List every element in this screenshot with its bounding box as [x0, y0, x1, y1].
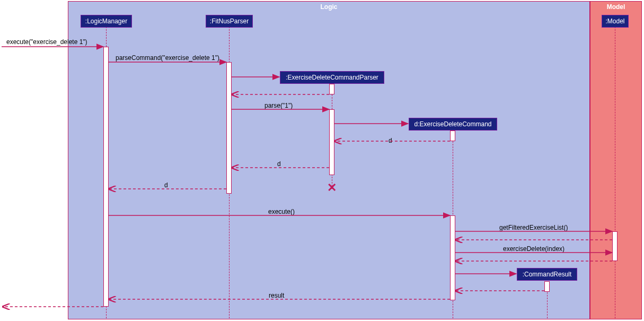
msg-execute-cmd: execute("exercise_delete 1") [6, 38, 87, 46]
destroy-icon: ✕ [327, 183, 337, 193]
msg-return-d3: d [164, 181, 168, 189]
participant-edcparser: :ExerciseDeleteCommandParser [280, 71, 384, 84]
activation-fitnusparser [226, 62, 232, 194]
activation-edcommand-1 [450, 131, 455, 141]
msg-return-d2: d [277, 160, 281, 168]
activation-edcommand-2 [450, 215, 455, 300]
participant-logicmanager: :LogicManager [81, 15, 132, 28]
participant-commandresult: :CommandResult [517, 268, 577, 281]
participant-fitnusparser: :FitNusParser [206, 15, 253, 28]
frame-model-label: Model [607, 3, 625, 11]
activation-edcparser-1 [329, 84, 334, 94]
msg-exercisedelete: exerciseDelete(index) [503, 245, 564, 253]
activation-logicmanager [103, 47, 109, 307]
activation-edcparser-2 [329, 109, 334, 175]
msg-execute: execute() [268, 208, 295, 215]
frame-logic-label: Logic [321, 3, 338, 11]
lifeline-model [615, 27, 615, 318]
activation-commandresult [544, 281, 550, 292]
participant-edcommand: d:ExerciseDeleteCommand [409, 118, 497, 131]
msg-parse: parse("1") [264, 102, 293, 109]
msg-getfiltered: getFilteredExerciseList() [499, 224, 568, 231]
msg-parsecommand: parseCommand("exercise_delete 1") [116, 54, 219, 62]
msg-result: result [269, 292, 284, 299]
msg-return-d1: d [389, 137, 392, 144]
participant-model: :Model [602, 15, 629, 28]
activation-model [612, 231, 617, 261]
frame-model: Model [590, 1, 642, 319]
sequence-diagram: Logic Model :LogicManager :FitNusParser … [0, 0, 644, 321]
